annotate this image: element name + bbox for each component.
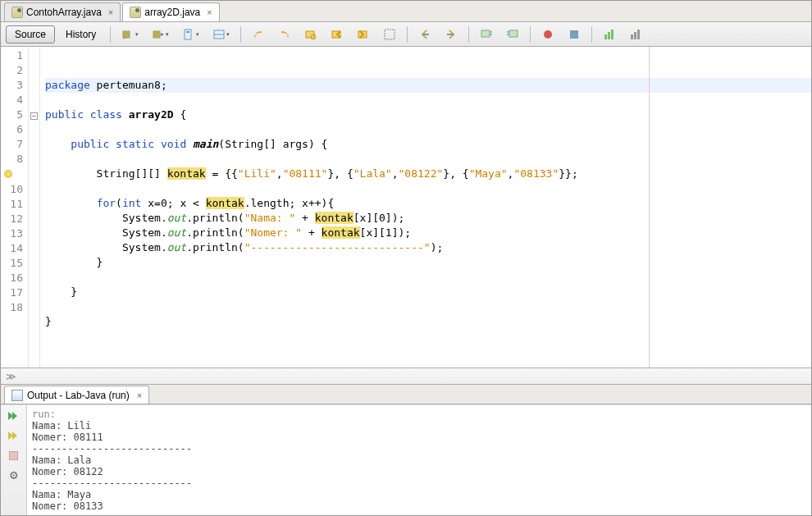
code-content[interactable]: package pertemuan8; public class array2D… <box>40 47 811 368</box>
svg-rect-26 <box>637 30 640 39</box>
tab-label: array2D.java <box>144 7 200 18</box>
hint-icon[interactable] <box>4 170 12 178</box>
output-window-icon <box>11 390 23 401</box>
svg-rect-22 <box>608 32 610 39</box>
find-selection-icon[interactable] <box>299 25 323 43</box>
rerun-button[interactable] <box>7 409 21 423</box>
svg-rect-25 <box>634 32 636 39</box>
line-number-gutter: 12345678101112131415161718 <box>1 47 29 368</box>
svg-rect-13 <box>481 30 490 37</box>
sort-icon[interactable] <box>623 25 648 43</box>
toggle-rect-selection-icon[interactable] <box>377 25 402 43</box>
tab-contoharray[interactable]: ContohArray.java × <box>4 2 121 21</box>
toggle-highlight-icon[interactable]: ▾ <box>207 25 235 43</box>
breadcrumb-bar[interactable]: ≫ <box>1 368 811 385</box>
svg-rect-0 <box>123 31 130 38</box>
separator <box>591 26 592 43</box>
close-icon[interactable]: × <box>207 7 212 17</box>
svg-rect-10 <box>385 30 395 39</box>
rerun-debug-button[interactable] <box>7 428 21 443</box>
output-tab-label: Output - Lab-Java (run) <box>27 390 130 401</box>
uncomment-icon[interactable] <box>500 25 525 43</box>
tab-label: ContohArray.java <box>26 7 102 18</box>
close-icon[interactable]: × <box>108 7 113 17</box>
close-icon[interactable]: × <box>137 390 142 400</box>
svg-rect-23 <box>611 30 614 39</box>
java-file-icon <box>130 7 141 18</box>
comment-icon[interactable] <box>474 25 499 43</box>
breadcrumb-glyph: ≫ <box>6 371 16 382</box>
output-sidebar: ⚙ <box>1 405 27 515</box>
fold-gutter: − <box>29 47 40 368</box>
output-tab[interactable]: Output - Lab-Java (run) × <box>4 386 149 404</box>
separator <box>240 26 241 43</box>
separator <box>530 26 531 43</box>
forward-icon[interactable]: ▾ <box>146 25 175 43</box>
source-view-button[interactable]: Source <box>6 25 55 43</box>
start-macro-icon[interactable] <box>536 25 560 43</box>
fold-toggle-icon[interactable]: − <box>30 112 38 120</box>
history-view-button[interactable]: History <box>57 25 105 43</box>
svg-rect-2 <box>185 30 191 39</box>
undo-icon[interactable] <box>246 25 271 43</box>
shift-right-icon[interactable] <box>439 25 463 43</box>
output-panel: ⚙ run: Nama: Lili Nomer: 08111 ---------… <box>1 404 811 515</box>
code-editor[interactable]: 12345678101112131415161718 − package per… <box>1 47 811 368</box>
console-output[interactable]: run: Nama: Lili Nomer: 08111 -----------… <box>27 405 811 515</box>
svg-rect-21 <box>604 34 607 39</box>
last-edit-icon[interactable]: ▾ <box>116 25 144 43</box>
shift-left-icon[interactable] <box>413 25 437 43</box>
editor-toolbar: Source History ▾ ▾ ▾ ▾ <box>1 22 811 47</box>
svg-rect-20 <box>570 30 578 39</box>
svg-point-19 <box>544 30 552 39</box>
separator <box>468 26 469 43</box>
find-previous-icon[interactable] <box>325 25 349 43</box>
svg-rect-1 <box>153 31 160 38</box>
svg-rect-24 <box>631 34 633 39</box>
output-tabs: Output - Lab-Java (run) × <box>1 385 811 404</box>
profile-icon[interactable] <box>597 25 622 43</box>
separator <box>407 26 408 43</box>
stop-macro-icon[interactable] <box>562 25 586 43</box>
svg-rect-3 <box>186 31 189 33</box>
redo-icon[interactable] <box>272 25 297 43</box>
java-file-icon <box>11 7 23 18</box>
separator <box>110 26 111 43</box>
svg-rect-16 <box>509 30 518 37</box>
stop-button[interactable] <box>7 448 21 463</box>
tab-array2d[interactable]: array2D.java × <box>122 2 219 21</box>
margin-line <box>649 47 650 368</box>
file-tabs: ContohArray.java × array2D.java × <box>1 1 811 22</box>
find-next-icon[interactable] <box>351 25 376 43</box>
settings-button[interactable]: ⚙ <box>7 468 21 482</box>
toggle-bookmark-icon[interactable]: ▾ <box>176 25 205 43</box>
